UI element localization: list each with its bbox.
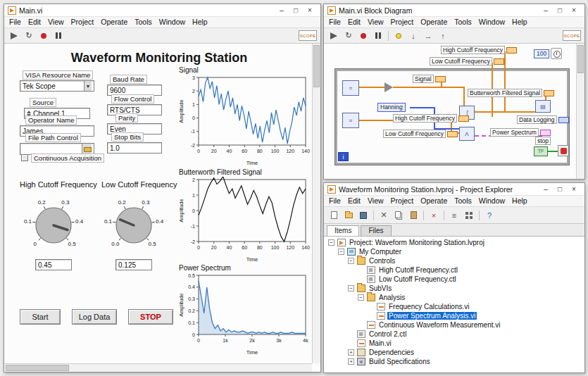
- cut-button[interactable]: ✕: [377, 209, 390, 222]
- high-cutoff-knob[interactable]: 00.10.20.30.40.5: [14, 190, 93, 258]
- step-out-button[interactable]: ↑: [437, 30, 449, 42]
- waveform-terminal[interactable]: [435, 76, 446, 82]
- numeric-terminal[interactable]: [506, 47, 517, 54]
- vertical-scrollbar[interactable]: [576, 44, 584, 179]
- menu-operate[interactable]: Operate: [417, 196, 451, 206]
- chevron-down-icon[interactable]: ▼: [84, 81, 92, 91]
- run-button[interactable]: [327, 30, 340, 42]
- vertical-scrollbar[interactable]: [312, 44, 320, 363]
- tree-item[interactable]: Main.vi: [324, 339, 584, 348]
- grid-view-button[interactable]: [463, 209, 475, 222]
- menu-edit[interactable]: Edit: [344, 17, 364, 27]
- minimize-button[interactable]: –: [539, 184, 553, 195]
- start-button[interactable]: Start: [20, 309, 61, 325]
- title-bar[interactable]: Waveform Monitoring Station.lvproj - Pro…: [324, 183, 584, 196]
- menu-window[interactable]: Window: [156, 17, 189, 27]
- tree-item[interactable]: Low Cutoff Frequency.ctl: [324, 275, 584, 284]
- menu-project[interactable]: Project: [68, 17, 98, 27]
- scrollbar-thumb[interactable]: [313, 45, 320, 87]
- spectrum-express-node[interactable]: Ʌ: [459, 127, 475, 141]
- numeric-terminal[interactable]: [494, 58, 504, 65]
- copy-button[interactable]: [392, 209, 405, 222]
- daq-read-node[interactable]: ≈: [342, 80, 359, 96]
- horizontal-scrollbar[interactable]: [4, 363, 312, 372]
- tree-expander[interactable]: +: [348, 358, 354, 365]
- close-button[interactable]: ×: [567, 5, 581, 16]
- browse-folder-icon[interactable]: [82, 144, 92, 154]
- tree-item[interactable]: High Cutoff Frequency.ctl: [324, 265, 584, 275]
- menu-window[interactable]: Window: [475, 196, 508, 206]
- title-bar[interactable]: Main.vi Block Diagram – □ ×: [324, 4, 584, 17]
- save-button[interactable]: [357, 209, 370, 222]
- tab-files[interactable]: Files: [361, 225, 391, 236]
- maximize-button[interactable]: □: [289, 5, 303, 16]
- menu-tools[interactable]: Tools: [131, 17, 156, 27]
- highlight-execution-button[interactable]: [392, 30, 405, 42]
- abort-button[interactable]: [37, 30, 50, 42]
- stop-boolean-terminal[interactable]: TF: [534, 146, 548, 156]
- wait-ms-constant[interactable]: 100: [534, 49, 549, 58]
- iteration-terminal[interactable]: i: [338, 152, 349, 161]
- run-continuous-button[interactable]: ↻: [23, 30, 35, 42]
- menu-help[interactable]: Help: [508, 196, 531, 206]
- tree-expander[interactable]: −: [358, 294, 364, 301]
- tree-expander[interactable]: −: [348, 258, 354, 264]
- new-file-button[interactable]: [327, 209, 340, 222]
- abort-button[interactable]: [357, 30, 370, 42]
- string-terminal[interactable]: [558, 117, 569, 123]
- convert-node[interactable]: [384, 82, 393, 92]
- tree-item[interactable]: −Project: Waveform Monitoring Station.lv…: [324, 238, 584, 247]
- menu-operate[interactable]: Operate: [417, 17, 451, 27]
- help-button[interactable]: ?: [483, 209, 496, 222]
- tree-item[interactable]: −Analysis: [324, 293, 584, 302]
- hanning-constant[interactable]: Hanning: [377, 103, 406, 112]
- menu-tools[interactable]: Tools: [451, 17, 475, 27]
- menu-file[interactable]: File: [6, 17, 25, 27]
- menu-file[interactable]: File: [325, 17, 344, 27]
- loop-condition-terminal[interactable]: [558, 145, 569, 156]
- minimize-button[interactable]: –: [539, 5, 553, 16]
- menu-view[interactable]: View: [364, 17, 387, 27]
- tree-expander[interactable]: −: [348, 285, 354, 292]
- tab-items[interactable]: Items: [327, 225, 359, 236]
- menu-edit[interactable]: Edit: [25, 17, 44, 27]
- tree-item[interactable]: −My Computer: [324, 247, 584, 256]
- tree-expander[interactable]: −: [328, 239, 334, 246]
- scrollbar-thumb[interactable]: [6, 365, 69, 371]
- daq-read-node-2[interactable]: ≈: [342, 113, 359, 128]
- numeric-terminal[interactable]: [458, 115, 469, 122]
- close-button[interactable]: ×: [303, 5, 317, 16]
- continuous-acquisition-checkbox[interactable]: [21, 154, 28, 161]
- cluster-terminal[interactable]: [540, 130, 551, 136]
- menu-edit[interactable]: Edit: [344, 196, 364, 206]
- scrollbar-thumb[interactable]: [577, 45, 584, 73]
- stop-bits-input[interactable]: 1.0: [107, 142, 162, 153]
- tree-item[interactable]: Continuous Waveform Measurement.vi: [324, 320, 584, 330]
- tree-item[interactable]: −Controls: [324, 256, 584, 265]
- low-cutoff-value-field[interactable]: 0.125: [115, 259, 152, 270]
- menu-view[interactable]: View: [44, 17, 68, 27]
- run-continuous-button[interactable]: ↻: [342, 30, 355, 42]
- tree-item[interactable]: −SubVIs: [324, 284, 584, 293]
- step-into-button[interactable]: ↓: [407, 30, 420, 42]
- pause-button[interactable]: [372, 30, 384, 42]
- tree-item[interactable]: +Build Specifications: [324, 357, 584, 366]
- log-data-button[interactable]: Log Data: [72, 309, 117, 325]
- visa-resource-dropdown[interactable]: Tek Scope ▼: [20, 80, 94, 92]
- run-button[interactable]: [8, 30, 20, 42]
- maximize-button[interactable]: □: [553, 184, 567, 195]
- list-view-button[interactable]: ≡: [448, 209, 461, 222]
- wait-clock-icon[interactable]: [551, 48, 562, 59]
- pause-button[interactable]: [52, 30, 65, 42]
- minimize-button[interactable]: –: [275, 5, 289, 16]
- menu-help[interactable]: Help: [189, 17, 211, 27]
- write-measurement-node[interactable]: ▤: [535, 100, 551, 113]
- tree-item[interactable]: +Dependencies: [324, 348, 584, 357]
- stop-button[interactable]: STOP: [128, 309, 173, 325]
- maximize-button[interactable]: □: [553, 5, 567, 16]
- waveform-terminal[interactable]: [544, 90, 554, 96]
- close-button[interactable]: ×: [567, 184, 581, 195]
- title-bar[interactable]: Main.vi – □ ×: [4, 4, 320, 17]
- tree-item[interactable]: Control 2.ctl: [324, 330, 584, 339]
- menu-window[interactable]: Window: [475, 17, 508, 27]
